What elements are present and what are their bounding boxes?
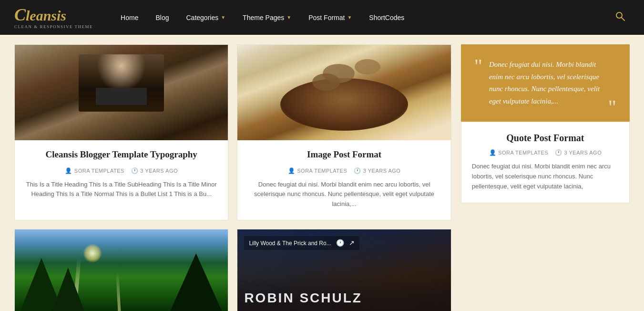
post-excerpt-1: This Is a Title Heading This Is a Title … <box>24 180 218 200</box>
post-author-1: 👤 SORA TEMPLATES <box>65 167 124 174</box>
post-time-2: 🕐 3 YEARS AGO <box>354 167 400 174</box>
quote-post-excerpt: Donec feugiat dui nisi. Morbi blandit en… <box>472 162 619 191</box>
nav-item-blog[interactable]: Blog <box>147 0 177 35</box>
post-card-2: Image Post Format 👤 SORA TEMPLATES 🕐 3 Y… <box>237 44 451 220</box>
user-icon: 👤 <box>489 149 497 156</box>
post-excerpt-2: Donec feugiat dui nisi. Morbi blandit en… <box>247 180 441 209</box>
quote-highlight-text: Donec feugiat dui nisi. Morbi blandit en… <box>489 59 602 107</box>
quote-post-time: 🕐 3 YEARS AGO <box>555 149 602 156</box>
share-icon[interactable]: ↗ <box>349 239 355 247</box>
post-card-3 <box>14 229 228 311</box>
clock-icon: 🕐 <box>336 239 344 247</box>
post-card-4: Lilly Wood & The Prick and Ro... 🕐 ↗ ROB… <box>237 229 451 311</box>
nav-item-theme-pages[interactable]: Theme Pages ▼ <box>234 0 300 35</box>
post-card-body-1: Cleansis Blogger Template Typography 👤 S… <box>15 140 228 210</box>
chevron-down-icon: ▼ <box>347 15 352 20</box>
quote-mark-open: " <box>474 59 482 107</box>
chevron-down-icon: ▼ <box>221 15 225 20</box>
svg-point-0 <box>616 12 622 18</box>
quote-post-card: Quote Post Format 👤 SORA TEMPLATES 🕐 3 Y… <box>461 122 630 203</box>
post-title-2[interactable]: Image Post Format <box>247 149 441 161</box>
main-content: Cleansis Blogger Template Typography 👤 S… <box>0 35 644 311</box>
quote-post-title[interactable]: Quote Post Format <box>472 133 619 144</box>
post-title-1[interactable]: Cleansis Blogger Template Typography <box>24 149 218 161</box>
post-time-1: 🕐 3 YEARS AGO <box>131 167 178 174</box>
nav-item-shortcodes[interactable]: ShortCodes <box>360 0 413 35</box>
nav-item-categories[interactable]: Categories ▼ <box>177 0 234 35</box>
nav-item-post-format[interactable]: Post Format ▼ <box>300 0 360 35</box>
posts-grid: Cleansis Blogger Template Typography 👤 S… <box>14 44 451 311</box>
logo-text: Cleansis <box>14 6 66 23</box>
quote-post-author: 👤 SORA TEMPLATES <box>489 149 549 156</box>
chevron-down-icon: ▼ <box>286 15 291 20</box>
post-meta-2: 👤 SORA TEMPLATES 🕐 3 YEARS AGO <box>247 167 441 174</box>
search-icon[interactable] <box>611 11 630 23</box>
quote-post-meta: 👤 SORA TEMPLATES 🕐 3 YEARS AGO <box>472 149 619 156</box>
clock-icon: 🕐 <box>555 149 562 156</box>
quote-highlight-block: " Donec feugiat dui nisi. Morbi blandit … <box>461 44 630 122</box>
user-icon: 👤 <box>288 167 296 174</box>
clock-icon: 🕐 <box>354 167 361 174</box>
post-image-1 <box>15 45 228 140</box>
post-image-2 <box>237 45 450 140</box>
video-artist-area: ROBIN SCHULZ <box>244 290 444 306</box>
navigation: Cleansis CLEAN & RESPONSIVE THEME Home B… <box>0 0 644 35</box>
clock-icon: 🕐 <box>131 167 139 174</box>
sidebar: " Donec feugiat dui nisi. Morbi blandit … <box>461 44 630 311</box>
post-card-1: Cleansis Blogger Template Typography 👤 S… <box>14 44 228 220</box>
svg-line-1 <box>622 18 624 21</box>
user-icon: 👤 <box>65 167 72 174</box>
video-artist-text: ROBIN SCHULZ <box>244 290 444 306</box>
site-logo[interactable]: Cleansis CLEAN & RESPONSIVE THEME <box>14 6 93 29</box>
video-overlay: Lilly Wood & The Prick and Ro... 🕐 ↗ ROB… <box>237 229 450 311</box>
post-card-body-2: Image Post Format 👤 SORA TEMPLATES 🕐 3 Y… <box>237 140 450 220</box>
nav-links: Home Blog Categories ▼ Theme Pages ▼ Pos… <box>112 0 611 35</box>
video-title-text: Lilly Wood & The Prick and Ro... <box>249 240 331 247</box>
post-author-2: 👤 SORA TEMPLATES <box>288 167 348 174</box>
logo-subtitle: CLEAN & RESPONSIVE THEME <box>14 24 93 29</box>
nav-item-home[interactable]: Home <box>112 0 147 35</box>
post-meta-1: 👤 SORA TEMPLATES 🕐 3 YEARS AGO <box>24 167 218 174</box>
video-card: Lilly Wood & The Prick and Ro... 🕐 ↗ ROB… <box>237 229 450 311</box>
